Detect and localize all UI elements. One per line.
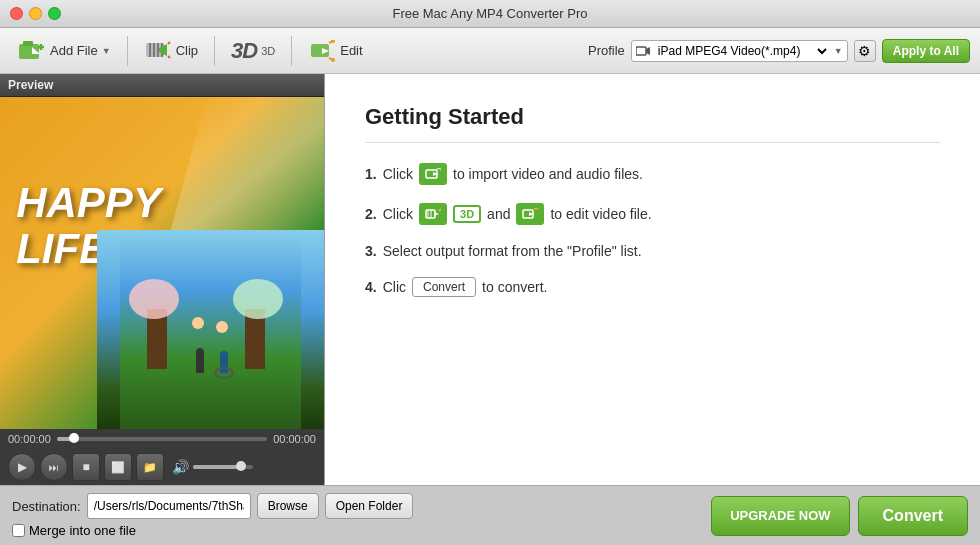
step-4-text-pre: Clic — [383, 279, 406, 295]
merge-row: Merge into one file — [12, 523, 413, 538]
step-1: 1. Click to import video and audio files… — [365, 163, 940, 185]
step-1-number: 1. — [365, 166, 377, 182]
merge-label: Merge into one file — [29, 523, 136, 538]
open-folder-button[interactable]: Open Folder — [325, 493, 414, 519]
step-3: 3. Select output format from the "Profil… — [365, 243, 940, 259]
volume-bar[interactable] — [193, 465, 253, 469]
step-4-number: 4. — [365, 279, 377, 295]
minimize-button[interactable] — [29, 7, 42, 20]
timeline[interactable]: 00:00:00 00:00:00 — [0, 429, 324, 449]
profile-label: Profile — [588, 43, 625, 58]
preview-header: Preview — [0, 74, 324, 97]
svg-point-33 — [536, 208, 539, 210]
getting-started-title: Getting Started — [365, 104, 940, 130]
preview-panel: Preview HAPPYLIFE — [0, 74, 325, 485]
step-3-text: Select output format from the "Profile" … — [383, 243, 642, 259]
time-end: 00:00:00 — [273, 433, 316, 445]
playback-area: 00:00:00 00:00:00 ▶ ⏭ ■ ⬜ 📁 🔊 — [0, 429, 324, 485]
apply-all-button[interactable]: Apply to All — [882, 39, 970, 63]
step-2-text-pre: Click — [383, 206, 413, 222]
step-2-number: 2. — [365, 206, 377, 222]
step-4-text-post: to convert. — [482, 279, 547, 295]
anime-scene — [97, 230, 324, 429]
svg-rect-19 — [636, 47, 646, 55]
svg-line-29 — [439, 209, 441, 211]
svg-line-12 — [168, 56, 170, 58]
bottom-left: Destination: Browse Open Folder Merge in… — [12, 493, 413, 538]
step-1-icon — [419, 163, 447, 185]
video-icon — [636, 46, 650, 56]
svg-point-18 — [331, 58, 335, 62]
fast-forward-button[interactable]: ⏭ — [40, 453, 68, 481]
separator-3 — [291, 36, 292, 66]
timeline-bar[interactable] — [57, 437, 267, 441]
maximize-button[interactable] — [48, 7, 61, 20]
step-4-convert-inline: Convert — [412, 277, 476, 297]
3d-button[interactable]: 3D 3D — [223, 34, 283, 68]
volume-fill — [193, 465, 241, 469]
profile-select[interactable]: iPad MPEG4 Video(*.mp4) iPhone MPEG4 Vid… — [631, 40, 848, 62]
step-2-text-and: and — [487, 206, 510, 222]
folder-button[interactable]: 📁 — [136, 453, 164, 481]
step-3-number: 3. — [365, 243, 377, 259]
playback-controls: ▶ ⏭ ■ ⬜ 📁 🔊 — [0, 449, 324, 485]
step-2-icon-clip — [419, 203, 447, 225]
step-1-text-post: to import video and audio files. — [453, 166, 643, 182]
timeline-thumb — [69, 433, 79, 443]
3d-label-large: 3D — [231, 38, 257, 64]
step-2-icon-3d: 3D — [453, 205, 481, 223]
merge-checkbox[interactable] — [12, 524, 25, 537]
title-bar: Free Mac Any MP4 Converter Pro — [0, 0, 980, 28]
clip-button[interactable]: Clip — [136, 33, 206, 69]
gs-divider — [365, 142, 940, 143]
step-1-text-pre: Click — [383, 166, 413, 182]
separator-1 — [127, 36, 128, 66]
upgrade-now-button[interactable]: UPGRADE NOW — [711, 496, 849, 536]
edit-button[interactable]: Edit — [300, 33, 370, 69]
getting-started-panel: Getting Started 1. Click to import video… — [325, 74, 980, 485]
preview-video: HAPPYLIFE — [0, 97, 324, 429]
destination-input[interactable] — [87, 493, 251, 519]
step-2: 2. Click 3D and — [365, 203, 940, 225]
convert-button[interactable]: Convert — [858, 496, 968, 536]
add-file-dropdown-icon[interactable]: ▼ — [102, 46, 111, 56]
svg-line-24 — [439, 168, 441, 170]
bottom-bar: Destination: Browse Open Folder Merge in… — [0, 485, 980, 545]
profile-dropdown[interactable]: iPad MPEG4 Video(*.mp4) iPhone MPEG4 Vid… — [654, 43, 830, 59]
main-content: Preview HAPPYLIFE — [0, 74, 980, 485]
edit-icon — [308, 37, 336, 65]
step-4: 4. Clic Convert to convert. — [365, 277, 940, 297]
browse-button[interactable]: Browse — [257, 493, 319, 519]
edit-label: Edit — [340, 43, 362, 58]
add-file-label: Add File — [50, 43, 98, 58]
step-2-icon-edit — [516, 203, 544, 225]
time-start: 00:00:00 — [8, 433, 51, 445]
settings-button[interactable]: ⚙ — [854, 40, 876, 62]
volume-icon: 🔊 — [172, 459, 189, 475]
3d-label-small: 3D — [261, 45, 275, 57]
bottom-right-buttons: UPGRADE NOW Convert — [711, 496, 968, 536]
separator-2 — [214, 36, 215, 66]
stop-button[interactable]: ■ — [72, 453, 100, 481]
svg-line-11 — [168, 42, 170, 44]
add-file-button[interactable]: Add File ▼ — [10, 33, 119, 69]
play-button[interactable]: ▶ — [8, 453, 36, 481]
add-file-icon — [18, 37, 46, 65]
svg-rect-1 — [23, 41, 33, 46]
volume-area: 🔊 — [172, 459, 253, 475]
svg-marker-28 — [434, 212, 439, 216]
window-controls — [10, 7, 61, 20]
clip-icon — [144, 37, 172, 65]
clip-label: Clip — [176, 43, 198, 58]
toolbar: Add File ▼ Clip 3D 3D — [0, 28, 980, 74]
profile-dropdown-arrow: ▼ — [834, 46, 843, 56]
window-title: Free Mac Any MP4 Converter Pro — [392, 6, 587, 21]
profile-area: Profile iPad MPEG4 Video(*.mp4) iPhone M… — [588, 39, 970, 63]
close-button[interactable] — [10, 7, 23, 20]
destination-label: Destination: — [12, 499, 81, 514]
preview-background: HAPPYLIFE — [0, 97, 324, 429]
destination-row: Destination: Browse Open Folder — [12, 493, 413, 519]
volume-thumb — [236, 461, 246, 471]
snapshot-button[interactable]: ⬜ — [104, 453, 132, 481]
step-2-text-post: to edit video file. — [550, 206, 651, 222]
